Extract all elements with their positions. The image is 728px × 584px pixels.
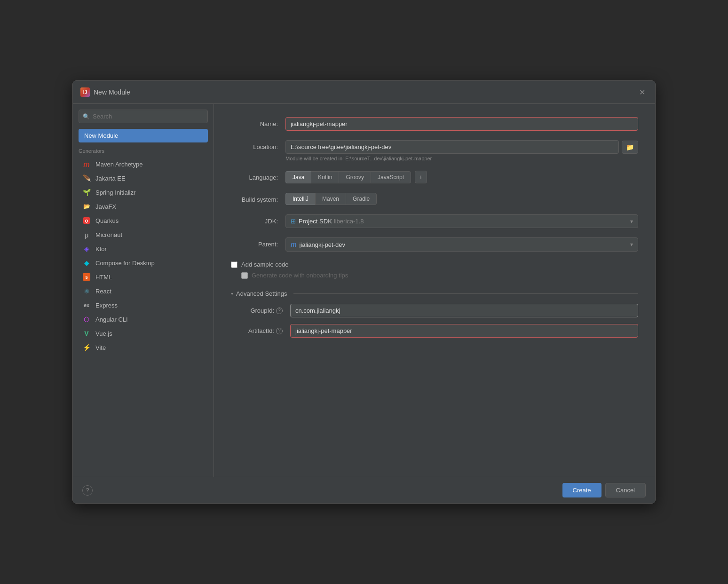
sidebar-item-label: Jakarta EE [95,175,126,182]
jdk-dropdown-wrap: ⊞ Project SDK liberica-1.8 ▾ [285,214,638,228]
build-maven-button[interactable]: Maven [315,193,346,205]
vue-icon: V [82,329,91,338]
language-row: Language: Java Kotlin Groovy JavaScript … [231,171,638,183]
language-btn-group: Java Kotlin Groovy JavaScript [285,171,411,183]
language-groovy-button[interactable]: Groovy [339,171,371,183]
title-bar: IJ New Module ✕ [73,81,655,104]
sidebar-item-label: Micronaut [95,231,122,238]
close-button[interactable]: ✕ [636,87,648,98]
help-button[interactable]: ? [82,485,93,496]
sidebar-item-html[interactable]: 5 HTML [79,270,208,284]
groupid-label-wrap: GroupId: ? [231,307,283,314]
advanced-chevron-icon: ▾ [231,291,233,296]
footer-left: ? [82,485,93,496]
sidebar-item-label: Ktor [95,245,107,253]
generate-tips-label: Generate code with onboarding tips [252,272,348,279]
sidebar-item-label: HTML [95,274,112,281]
parent-dropdown[interactable]: m jialiangkj-pet-dev ▾ [285,237,638,252]
sidebar-item-vite[interactable]: ⚡ Vite [79,341,208,354]
sidebar: 🔍 New Module Generators m Maven Archetyp… [73,104,214,477]
svg-text:5: 5 [85,275,87,280]
generate-tips-checkbox[interactable] [241,272,248,279]
create-button[interactable]: Create [562,483,601,497]
app-icon: IJ [80,87,90,97]
artifactid-input[interactable] [290,324,638,338]
name-input[interactable] [285,117,638,131]
name-label: Name: [231,117,278,127]
sidebar-item-label: Spring Initializr [95,189,135,196]
location-row: Location: 📁 Module will be created in: E… [231,140,638,161]
sidebar-item-label: Maven Archetype [95,161,142,168]
dialog-body: 🔍 New Module Generators m Maven Archetyp… [73,104,655,477]
sidebar-item-quarkus[interactable]: Q Quarkus [79,214,208,227]
groupid-input[interactable] [290,304,638,317]
sidebar-item-label: Express [95,302,118,309]
sidebar-item-spring[interactable]: 🌱 Spring Initializr [79,186,208,199]
groupid-help-icon[interactable]: ? [276,308,283,314]
quarkus-icon: Q [82,216,91,225]
add-sample-checkbox[interactable] [231,261,237,268]
groupid-row: GroupId: ? [231,304,638,317]
sidebar-item-react[interactable]: ⚛ React [79,284,208,298]
ktor-icon: ◈ [82,245,91,253]
build-gradle-button[interactable]: Gradle [346,193,377,205]
sidebar-item-javafx[interactable]: 📂 JavaFX [79,200,208,213]
jdk-sdk-icon: ⊞ [291,218,296,225]
micronaut-icon: μ [82,230,91,239]
sample-code-row: Add sample code Generate code with onboa… [231,261,638,279]
sidebar-item-label: Vue.js [95,330,112,337]
language-control: Java Kotlin Groovy JavaScript + [285,171,638,183]
generators-label: Generators [79,148,208,154]
artifactid-help-icon[interactable]: ? [276,328,283,334]
parent-value: jialiangkj-pet-dev [299,241,345,248]
sidebar-item-maven[interactable]: m Maven Archetype [79,158,208,171]
parent-chevron-icon: ▾ [630,241,633,248]
location-label: Location: [231,140,278,150]
sidebar-item-micronaut[interactable]: μ Micronaut [79,228,208,241]
search-input[interactable] [93,113,204,120]
react-icon: ⚛ [82,287,91,295]
sidebar-item-angular[interactable]: ⬡ Angular CLI [79,313,208,326]
location-input[interactable] [285,140,619,154]
sidebar-item-label: Quarkus [95,217,119,224]
browse-folder-button[interactable]: 📁 [622,141,638,154]
jdk-dropdown[interactable]: ⊞ Project SDK liberica-1.8 ▾ [285,214,638,228]
sidebar-item-jakarta[interactable]: 🪶 Jakarta EE [79,172,208,185]
spring-icon: 🌱 [82,188,91,197]
parent-label: Parent: [231,237,278,248]
advanced-label: Advanced Settings [236,290,287,297]
search-box: 🔍 [79,110,208,123]
sidebar-item-compose[interactable]: ◆ Compose for Desktop [79,256,208,269]
sidebar-item-label: Vite [95,344,106,351]
jdk-display-text: Project SDK [299,218,332,225]
language-javascript-button[interactable]: JavaScript [371,171,411,183]
add-sample-label[interactable]: Add sample code [241,261,288,268]
html-icon: 5 [82,273,91,281]
express-icon: ex [82,301,91,309]
sidebar-item-express[interactable]: ex Express [79,299,208,312]
sidebar-item-vue[interactable]: V Vue.js [79,327,208,340]
cancel-button[interactable]: Cancel [605,483,646,497]
build-row: Build system: IntelliJ Maven Gradle [231,193,638,205]
parent-row: Parent: m jialiangkj-pet-dev ▾ [231,237,638,252]
build-label: Build system: [231,193,278,203]
build-intellij-button[interactable]: IntelliJ [285,193,315,205]
jdk-control: ⊞ Project SDK liberica-1.8 ▾ [285,214,638,228]
advanced-header[interactable]: ▾ Advanced Settings [231,290,638,297]
location-input-row: 📁 [285,140,638,154]
parent-control: m jialiangkj-pet-dev ▾ [285,237,638,252]
language-java-button[interactable]: Java [285,171,311,183]
new-module-button[interactable]: New Module [79,129,208,142]
parent-dropdown-wrap: m jialiangkj-pet-dev ▾ [285,237,638,252]
parent-maven-icon: m [291,241,296,248]
svg-text:Q: Q [85,219,88,223]
language-kotlin-button[interactable]: Kotlin [311,171,339,183]
artifactid-label: ArtifactId: [248,327,274,334]
angular-icon: ⬡ [82,315,91,324]
sidebar-list: m Maven Archetype 🪶 Jakarta EE 🌱 Spring … [79,158,208,354]
sidebar-item-ktor[interactable]: ◈ Ktor [79,242,208,255]
new-module-dialog: IJ New Module ✕ 🔍 New Module Generators … [72,80,656,504]
jdk-version: liberica-1.8 [334,218,364,225]
jdk-chevron-icon: ▾ [630,218,633,225]
language-add-button[interactable]: + [415,171,427,183]
